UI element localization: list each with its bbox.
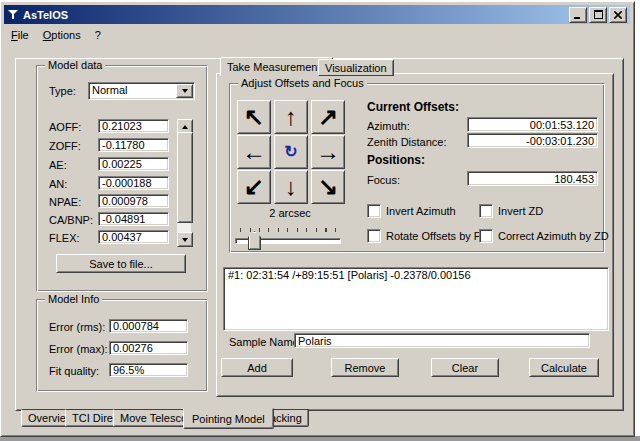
arrow-left-button[interactable]: ←	[237, 135, 271, 169]
arrow-down-right-icon: ↘	[318, 173, 338, 201]
arrow-right-icon: →	[316, 138, 340, 166]
tab-pointing-model[interactable]: Pointing Model	[183, 408, 274, 429]
arrow-down-button[interactable]: ↓	[274, 170, 308, 204]
checkbox-invert-azimuth-label: Invert Azimuth	[386, 205, 456, 217]
arrow-up-left-button[interactable]: ↖	[237, 100, 271, 134]
checkbox-icon[interactable]	[367, 204, 381, 218]
tab-take-measurements[interactable]: Take Measurements	[220, 57, 333, 76]
param-label: CA/BNP:	[49, 214, 93, 227]
azimuth-field[interactable]	[467, 117, 598, 132]
center-rotate-button[interactable]: ↻	[274, 135, 308, 169]
checkbox-invert-zd-label: Invert ZD	[498, 205, 543, 217]
fit-quality-field[interactable]	[109, 363, 188, 377]
zenith-distance-label: Zenith Distance:	[367, 136, 446, 149]
param-input-cabnp[interactable]	[98, 212, 169, 226]
arrow-down-icon: ↓	[285, 173, 297, 201]
param-input-aoff[interactable]	[98, 119, 169, 133]
arrow-down-left-button[interactable]: ↙	[237, 170, 271, 204]
focus-label: Focus:	[367, 174, 400, 187]
menu-bar: File Options ?	[4, 25, 630, 44]
step-size-label: 2 arcsec	[237, 207, 343, 220]
minimize-button[interactable]	[569, 7, 587, 23]
fit-quality-label: Fit quality:	[49, 365, 99, 378]
error-rms-label: Error (rms):	[49, 321, 105, 334]
checkbox-rotate-offsets-by-pa[interactable]: Rotate Offsets by PA	[367, 229, 488, 243]
param-label: AOFF:	[49, 121, 81, 134]
sample-name-input[interactable]	[294, 333, 590, 348]
arrow-up-right-button[interactable]: ↗	[311, 100, 345, 134]
tab-visualization-label: Visualization	[325, 62, 387, 74]
scroll-down-button[interactable]	[177, 232, 193, 247]
sample-name-label: Sample Name:	[229, 336, 302, 349]
checkbox-correct-azimuth-by-zd[interactable]: Correct Azimuth by ZD	[479, 229, 609, 243]
type-label: Type:	[49, 85, 76, 98]
maximize-button[interactable]	[589, 7, 607, 23]
param-scrollbar[interactable]	[177, 119, 191, 247]
checkbox-invert-azimuth[interactable]: Invert Azimuth	[367, 204, 456, 218]
window-title: AsTelOS	[23, 9, 569, 21]
param-label: NPAE:	[49, 196, 81, 209]
menu-item-options[interactable]: Options	[36, 27, 88, 43]
focus-field[interactable]	[467, 171, 598, 186]
param-input-npae[interactable]	[98, 194, 169, 208]
tab-take-measurements-label: Take Measurements	[227, 61, 326, 73]
tab-pointing-model-label: Pointing Model	[192, 413, 265, 425]
arrow-up-right-icon: ↗	[318, 103, 338, 131]
checkbox-invert-zd[interactable]: Invert ZD	[479, 204, 543, 218]
checkbox-icon[interactable]	[479, 229, 493, 243]
arrow-down-left-icon: ↙	[244, 173, 264, 201]
menu-item-help[interactable]: ?	[88, 27, 108, 43]
param-input-an[interactable]	[98, 176, 169, 190]
adjust-offsets-title: Adjust Offsets and Focus	[238, 77, 367, 89]
param-label: AE:	[49, 159, 67, 172]
checkbox-icon[interactable]	[479, 204, 493, 218]
menu-item-file[interactable]: File	[4, 27, 36, 43]
list-item[interactable]: #1: 02:31:54 /+89:15:51 [Polaris] -0.237…	[224, 268, 608, 282]
clear-button[interactable]: Clear	[431, 358, 499, 377]
close-button[interactable]	[609, 7, 627, 23]
scrollbar-thumb[interactable]	[177, 132, 193, 223]
triangle-down-icon	[182, 238, 188, 242]
samples-listbox[interactable]: #1: 02:31:54 /+89:15:51 [Polaris] -0.237…	[223, 267, 609, 331]
param-input-zoff[interactable]	[98, 138, 169, 152]
step-slider[interactable]	[233, 227, 341, 251]
arrow-up-button[interactable]: ↑	[274, 100, 308, 134]
arrow-right-button[interactable]: →	[311, 135, 345, 169]
arrow-up-icon: ↑	[285, 103, 297, 131]
arrow-down-right-button[interactable]: ↘	[311, 170, 345, 204]
rotate-icon: ↻	[284, 138, 297, 166]
app-window: AsTelOS File Options ? Model data Type: …	[0, 1, 635, 437]
type-combobox[interactable]: Normal	[88, 82, 195, 100]
param-label: ZOFF:	[49, 140, 81, 153]
save-to-file-button[interactable]: Save to file...	[56, 254, 186, 273]
slider-thumb[interactable]	[248, 231, 261, 250]
arrow-up-left-icon: ↖	[244, 103, 264, 131]
tab-visualization[interactable]: Visualization	[318, 59, 394, 76]
checkbox-correct-azimuth-by-zd-label: Correct Azimuth by ZD	[498, 230, 609, 242]
add-button[interactable]: Add	[221, 358, 293, 377]
error-max-label: Error (max):	[49, 343, 108, 356]
param-input-flex[interactable]	[98, 230, 169, 244]
model-info-title: Model Info	[45, 293, 102, 305]
remove-button[interactable]: Remove	[331, 358, 399, 377]
positions-heading: Positions:	[367, 154, 425, 167]
arrow-left-icon: ←	[242, 138, 266, 166]
azimuth-label: Azimuth:	[367, 120, 410, 133]
param-input-ae[interactable]	[98, 157, 169, 171]
zenith-distance-field[interactable]	[467, 133, 598, 148]
model-data-title: Model data	[45, 59, 105, 71]
type-combobox-dropdown-button[interactable]	[176, 84, 193, 98]
screen: AsTelOS File Options ? Model data Type: …	[0, 0, 640, 441]
chevron-down-icon	[182, 89, 188, 93]
calculate-button[interactable]: Calculate	[529, 358, 599, 377]
error-rms-field[interactable]	[109, 319, 188, 333]
error-max-field[interactable]	[109, 341, 188, 355]
checkbox-icon[interactable]	[367, 229, 381, 243]
triangle-up-icon	[182, 125, 188, 129]
param-label: FLEX:	[49, 232, 80, 245]
title-bar: AsTelOS	[4, 5, 630, 24]
param-label: AN:	[49, 178, 67, 191]
checkbox-rotate-offsets-by-pa-label: Rotate Offsets by PA	[386, 230, 488, 242]
app-icon	[7, 9, 19, 21]
current-offsets-heading: Current Offsets:	[367, 101, 459, 114]
